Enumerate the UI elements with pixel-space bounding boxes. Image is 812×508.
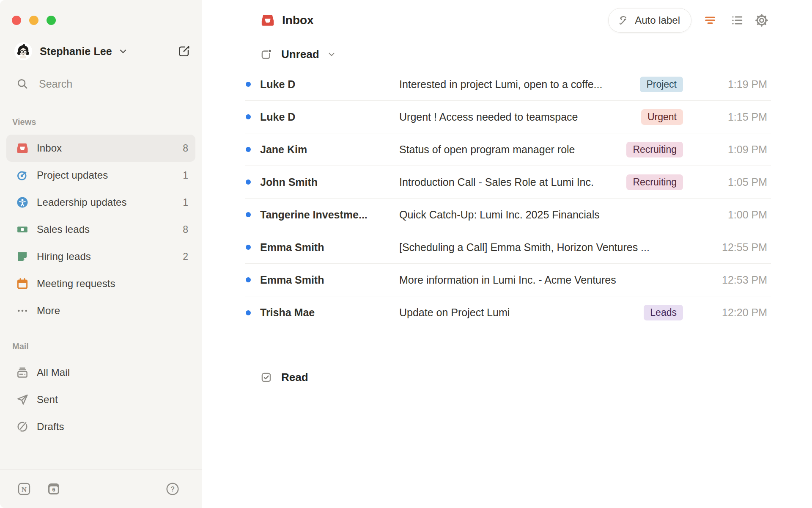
note-icon <box>16 250 29 263</box>
avatar <box>14 42 32 60</box>
email-row[interactable]: Tangerine Investme... Quick Catch-Up: Lu… <box>245 199 771 231</box>
svg-text:N: N <box>22 486 27 494</box>
read-section-label: Read <box>281 371 308 384</box>
account-name: Stephanie Lee <box>40 45 112 58</box>
email-row[interactable]: Jane Kim Status of open program manager … <box>245 133 771 166</box>
email-time: 1:19 PM <box>708 78 771 91</box>
sidebar-item-count: 1 <box>183 197 188 208</box>
email-time: 12:20 PM <box>708 306 771 319</box>
inbox-icon <box>261 13 275 28</box>
calendar-icon <box>16 277 29 290</box>
tag-badge: Urgent <box>641 109 683 125</box>
settings-gear-icon[interactable] <box>752 11 771 30</box>
unread-dot <box>246 82 251 87</box>
search-icon <box>16 77 29 90</box>
email-sender: Luke D <box>260 78 399 91</box>
unread-section-header[interactable]: Unread <box>245 41 771 68</box>
sidebar-nav: Views Inbox 8 <box>0 116 202 440</box>
email-row[interactable]: Emma Smith More information in Lumi Inc.… <box>245 264 771 296</box>
email-subject: Urgent ! Access needed to teamspace <box>399 111 641 123</box>
svg-text:?: ? <box>170 486 175 493</box>
sidebar-item-sent[interactable]: Sent <box>6 386 195 413</box>
sidebar-item-drafts[interactable]: Drafts <box>6 413 195 440</box>
sidebar-item-hiring-leads[interactable]: Hiring leads 2 <box>6 243 195 270</box>
tag-badge: Recruiting <box>626 142 683 157</box>
auto-label-button[interactable]: Auto label <box>608 8 691 33</box>
minimize-button[interactable] <box>29 16 38 25</box>
drafts-icon <box>16 420 29 433</box>
sidebar-item-sales-leads[interactable]: Sales leads 8 <box>6 216 195 243</box>
zoom-button[interactable] <box>47 16 56 25</box>
unread-dot <box>246 212 251 217</box>
sidebar-item-label: Drafts <box>37 421 64 433</box>
unread-section-label: Unread <box>281 48 319 61</box>
search-input[interactable]: Search <box>16 75 192 93</box>
close-button[interactable] <box>12 16 21 25</box>
compose-icon[interactable] <box>176 44 192 59</box>
unread-dot <box>246 277 251 282</box>
all-mail-icon <box>16 366 29 379</box>
email-sender: John Smith <box>260 176 399 188</box>
read-section-header[interactable]: Read <box>245 364 771 391</box>
email-sender: Tangerine Investme... <box>260 209 399 221</box>
sidebar-item-label: Project updates <box>37 169 108 181</box>
email-time: 1:09 PM <box>708 144 771 156</box>
sidebar-item-leadership-updates[interactable]: Leadership updates 1 <box>6 189 195 216</box>
app-window: Stephanie Lee Search Views <box>0 0 812 508</box>
sidebar-item-inbox[interactable]: Inbox 8 <box>6 135 195 162</box>
paper-plane-icon <box>16 393 29 406</box>
ellipsis-icon <box>16 304 29 317</box>
unread-dot <box>246 179 251 185</box>
email-row[interactable]: John Smith Introduction Call - Sales Rol… <box>245 166 771 199</box>
unread-dot <box>246 245 251 250</box>
email-row[interactable]: Luke D Urgent ! Access needed to teamspa… <box>245 101 771 133</box>
unread-dot <box>246 114 251 119</box>
auto-label-label: Auto label <box>635 14 680 26</box>
chevron-down-icon[interactable] <box>327 50 336 59</box>
sidebar-item-all-mail[interactable]: All Mail <box>6 359 195 386</box>
email-row[interactable]: Emma Smith [Scheduling a Call] Emma Smit… <box>245 231 771 264</box>
inbox-icon <box>16 142 29 155</box>
sidebar-footer: N 6 ? <box>0 469 202 508</box>
sidebar-item-meeting-requests[interactable]: Meeting requests <box>6 270 195 297</box>
email-subject: Interested in project Lumi, open to a co… <box>399 78 640 91</box>
person-circle-icon <box>16 196 29 209</box>
sidebar-item-label: Meeting requests <box>37 278 115 290</box>
email-row[interactable]: Trisha Mae Update on Project Lumi Leads … <box>245 296 771 329</box>
sidebar-item-label: Inbox <box>37 142 62 154</box>
tag-badge: Project <box>640 77 683 92</box>
views-section-label: Views <box>0 116 202 128</box>
email-subject: Quick Catch-Up: Lumi Inc. 2025 Financial… <box>399 209 708 221</box>
email-sender: Luke D <box>260 111 399 123</box>
email-subject: More information in Lumi Inc. - Acme Ven… <box>399 274 708 286</box>
email-sender: Emma Smith <box>260 274 399 286</box>
sidebar-item-label: Hiring leads <box>37 251 91 262</box>
account-switcher[interactable]: Stephanie Lee <box>14 42 192 60</box>
money-icon <box>16 223 29 236</box>
search-placeholder: Search <box>39 78 72 90</box>
sidebar-item-count: 8 <box>183 224 188 235</box>
unread-dot <box>246 147 251 152</box>
sidebar-item-more[interactable]: More <box>6 297 195 324</box>
notion-logo-icon[interactable]: N <box>17 482 31 496</box>
unread-icon <box>261 49 272 60</box>
tag-badge: Leads <box>644 305 683 320</box>
page-title: Inbox <box>282 14 314 27</box>
email-row[interactable]: Luke D Interested in project Lumi, open … <box>245 68 771 101</box>
target-icon <box>16 169 29 182</box>
email-time: 1:05 PM <box>708 176 771 188</box>
sidebar-item-label: Sales leads <box>37 224 90 235</box>
email-time: 12:53 PM <box>708 274 771 286</box>
sidebar: Stephanie Lee Search Views <box>0 0 202 508</box>
main-header: Inbox Auto label <box>245 0 771 41</box>
email-subject: Introduction Call - Sales Role at Lumi I… <box>399 176 626 188</box>
notion-calendar-icon[interactable]: 6 <box>47 482 60 496</box>
help-icon[interactable]: ? <box>165 482 180 496</box>
filter-icon[interactable] <box>701 11 719 30</box>
email-subject: [Scheduling a Call] Emma Smith, Horizon … <box>399 241 708 254</box>
sidebar-item-project-updates[interactable]: Project updates 1 <box>6 162 195 189</box>
tag-badge: Recruiting <box>626 174 683 190</box>
sidebar-item-count: 2 <box>183 251 188 262</box>
email-list: Luke D Interested in project Lumi, open … <box>245 68 771 329</box>
list-view-icon[interactable] <box>728 11 746 30</box>
